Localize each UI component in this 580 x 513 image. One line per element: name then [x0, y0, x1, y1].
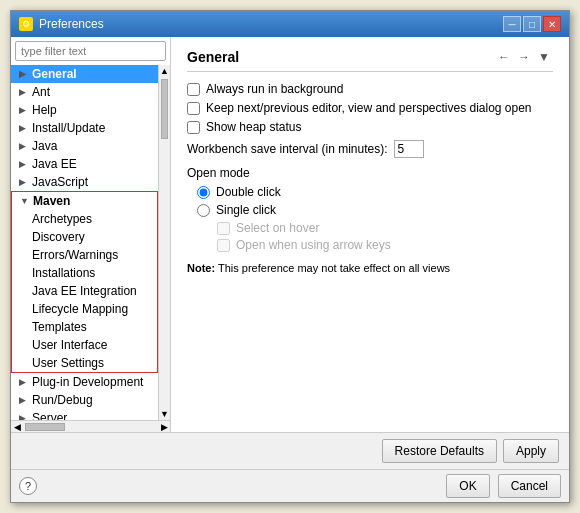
close-button[interactable]: ✕ — [543, 16, 561, 32]
sidebar-item-label-templates: Templates — [32, 320, 87, 334]
sidebar-item-label-user-interface: User Interface — [32, 338, 107, 352]
single-click-radio[interactable] — [197, 204, 210, 217]
sidebar-item-java[interactable]: ▶ Java — [11, 137, 158, 155]
content-title: General ← → ▼ — [187, 49, 553, 72]
sidebar-item-lifecycle[interactable]: Lifecycle Mapping — [12, 300, 157, 318]
content-panel: General ← → ▼ Always run in background K… — [171, 37, 569, 432]
maven-group: ▼ Maven Archetypes Discovery Errors/Warn… — [11, 191, 158, 373]
sidebar-item-label-lifecycle: Lifecycle Mapping — [32, 302, 128, 316]
sidebar-item-javascript[interactable]: ▶ JavaScript — [11, 173, 158, 191]
sidebar-item-label-discovery: Discovery — [32, 230, 85, 244]
sidebar-item-templates[interactable]: Templates — [12, 318, 157, 336]
sidebar-item-label-user-settings: User Settings — [32, 356, 104, 370]
expand-arrow-java: ▶ — [19, 141, 29, 151]
show-heap-row: Show heap status — [187, 120, 553, 134]
sidebar-item-javaee-integration[interactable]: Java EE Integration — [12, 282, 157, 300]
sidebar-item-discovery[interactable]: Discovery — [12, 228, 157, 246]
sidebar-item-label-installations: Installations — [32, 266, 95, 280]
title-bar: ⚙ Preferences ─ □ ✕ — [11, 11, 569, 37]
show-heap-checkbox[interactable] — [187, 121, 200, 134]
sidebar-item-java-ee[interactable]: ▶ Java EE — [11, 155, 158, 173]
select-hover-label: Select on hover — [236, 221, 319, 235]
expand-arrow-ant: ▶ — [19, 87, 29, 97]
title-bar-left: ⚙ Preferences — [19, 17, 104, 31]
double-click-row: Double click — [197, 185, 553, 199]
sidebar-item-maven[interactable]: ▼ Maven — [12, 192, 157, 210]
single-click-label: Single click — [216, 203, 276, 217]
filter-input[interactable] — [15, 41, 166, 61]
open-arrow-label: Open when using arrow keys — [236, 238, 391, 252]
hscroll-thumb[interactable] — [25, 423, 65, 431]
sidebar-item-label-help: Help — [32, 103, 57, 117]
sidebar-item-ant[interactable]: ▶ Ant — [11, 83, 158, 101]
scroll-up-btn[interactable]: ▲ — [159, 65, 170, 77]
title-buttons: ─ □ ✕ — [503, 16, 561, 32]
scroll-down-btn[interactable]: ▼ — [159, 408, 170, 420]
preferences-window: ⚙ Preferences ─ □ ✕ ▶ General — [10, 10, 570, 503]
content-title-text: General — [187, 49, 239, 65]
scroll-thumb[interactable] — [161, 79, 168, 139]
always-run-label: Always run in background — [206, 82, 343, 96]
help-icon[interactable]: ? — [19, 477, 37, 495]
sidebar-scroll-area: ▶ General ▶ Ant ▶ Help ▶ — [11, 65, 170, 420]
bottom-right-buttons: Restore Defaults Apply — [382, 439, 559, 463]
sidebar-item-user-interface[interactable]: User Interface — [12, 336, 157, 354]
workbench-row: Workbench save interval (in minutes): — [187, 140, 553, 158]
sidebar-item-label-general: General — [32, 67, 77, 81]
sidebar-item-user-settings[interactable]: User Settings — [12, 354, 157, 372]
workbench-interval-input[interactable] — [394, 140, 424, 158]
apply-button[interactable]: Apply — [503, 439, 559, 463]
sidebar-item-help[interactable]: ▶ Help — [11, 101, 158, 119]
ok-button[interactable]: OK — [446, 474, 489, 498]
hscroll-right-btn[interactable]: ▶ — [158, 422, 170, 432]
sidebar-item-label-errors: Errors/Warnings — [32, 248, 118, 262]
sidebar-item-run-debug[interactable]: ▶ Run/Debug — [11, 391, 158, 409]
maximize-button[interactable]: □ — [523, 16, 541, 32]
nav-back-button[interactable]: ← — [495, 49, 513, 65]
sidebar-item-label-java: Java — [32, 139, 57, 153]
expand-arrow-help: ▶ — [19, 105, 29, 115]
expand-arrow-install: ▶ — [19, 123, 29, 133]
sidebar-item-errors-warnings[interactable]: Errors/Warnings — [12, 246, 157, 264]
sidebar-item-label-maven: Maven — [33, 194, 70, 208]
select-hover-row: Select on hover — [217, 221, 553, 235]
sidebar-item-server[interactable]: ▶ Server — [11, 409, 158, 420]
note-row: Note: This preference may not take effec… — [187, 262, 553, 274]
sidebar-item-label-plugin: Plug-in Development — [32, 375, 143, 389]
nav-dropdown-button[interactable]: ▼ — [535, 49, 553, 65]
expand-arrow-plugin: ▶ — [19, 377, 29, 387]
sidebar-item-label-rundebug: Run/Debug — [32, 393, 93, 407]
double-click-radio[interactable] — [197, 186, 210, 199]
expand-arrow-general: ▶ — [19, 69, 29, 79]
keep-next-row: Keep next/previous editor, view and pers… — [187, 101, 553, 115]
note-text: This preference may not take effect on a… — [215, 262, 450, 274]
sidebar-hscroll[interactable]: ◀ ▶ — [11, 420, 170, 432]
sidebar-item-label-install: Install/Update — [32, 121, 105, 135]
sidebar-item-installations[interactable]: Installations — [12, 264, 157, 282]
sidebar-item-label-js: JavaScript — [32, 175, 88, 189]
keep-next-checkbox[interactable] — [187, 102, 200, 115]
sidebar-item-label-archetypes: Archetypes — [32, 212, 92, 226]
open-arrow-checkbox[interactable] — [217, 239, 230, 252]
expand-arrow-javaee: ▶ — [19, 159, 29, 169]
select-hover-checkbox[interactable] — [217, 222, 230, 235]
expand-arrow-server: ▶ — [19, 413, 29, 420]
nav-forward-button[interactable]: → — [515, 49, 533, 65]
restore-defaults-button[interactable]: Restore Defaults — [382, 439, 497, 463]
sidebar-item-general[interactable]: ▶ General — [11, 65, 158, 83]
always-run-checkbox[interactable] — [187, 83, 200, 96]
open-mode-group: Double click Single click Select on hove… — [197, 185, 553, 252]
sidebar-item-install-update[interactable]: ▶ Install/Update — [11, 119, 158, 137]
show-heap-label: Show heap status — [206, 120, 301, 134]
tree: ▶ General ▶ Ant ▶ Help ▶ — [11, 65, 158, 420]
cancel-button[interactable]: Cancel — [498, 474, 561, 498]
footer-bar: ? OK Cancel — [11, 469, 569, 502]
window-title: Preferences — [39, 17, 104, 31]
hscroll-left-btn[interactable]: ◀ — [11, 422, 23, 432]
open-arrow-row: Open when using arrow keys — [217, 238, 553, 252]
sidebar-scrollbar[interactable]: ▲ ▼ — [158, 65, 170, 420]
sidebar-item-plugin-dev[interactable]: ▶ Plug-in Development — [11, 373, 158, 391]
workbench-label: Workbench save interval (in minutes): — [187, 142, 388, 156]
sidebar-item-archetypes[interactable]: Archetypes — [12, 210, 157, 228]
minimize-button[interactable]: ─ — [503, 16, 521, 32]
